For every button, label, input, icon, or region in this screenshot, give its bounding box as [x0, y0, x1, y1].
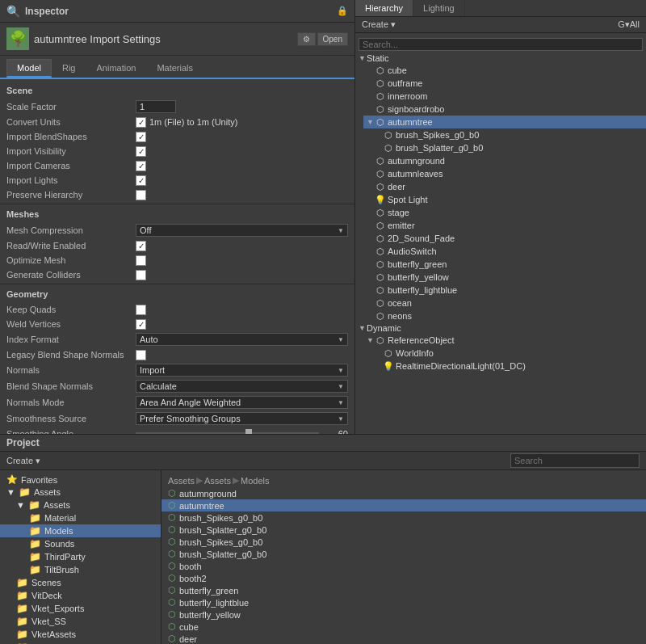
material-item[interactable]: 📁 Material [0, 511, 161, 524]
blend-shape-normals-dropdown[interactable]: Calculate ▼ [136, 380, 348, 393]
tree-item-signboardrobo[interactable]: ⬡ signboardrobo [363, 103, 646, 116]
tree-item-emitter[interactable]: ⬡ emitter [363, 219, 646, 232]
tree-item-butterfly-yellow[interactable]: ⬡ butterfly_yellow [363, 271, 646, 284]
vkettools-item[interactable]: 📁 VketTools [0, 641, 161, 644]
tab-rig[interactable]: Rig [52, 59, 86, 78]
scenes-item[interactable]: 📁 Scenes [0, 576, 161, 589]
scale-factor-input[interactable] [136, 100, 176, 113]
import-visibility-checkbox[interactable] [136, 146, 146, 157]
project-search-input[interactable] [510, 453, 640, 468]
generate-colliders-checkbox[interactable] [136, 270, 146, 280]
smoothness-source-dropdown[interactable]: Prefer Smoothing Groups ▼ [136, 412, 348, 425]
tree-item-static[interactable]: ▼ Static [355, 53, 646, 64]
file-butterfly-lightblue[interactable]: ⬡ butterfly_lightblue [162, 596, 646, 608]
thirdparty-item[interactable]: 📁 ThirdParty [0, 550, 161, 563]
index-format-dropdown[interactable]: Auto ▼ [136, 333, 348, 346]
normals-mode-dropdown[interactable]: Area And Angle Weighted ▼ [136, 396, 348, 409]
inspector-title: Inspector [25, 6, 69, 17]
vitdeck-item[interactable]: 📁 VitDeck [0, 589, 161, 602]
sounds-item[interactable]: 📁 Sounds [0, 537, 161, 550]
optimize-mesh-label: Optimize Mesh [6, 255, 136, 265]
assets-root-item[interactable]: ▼ 📁 Assets [0, 486, 161, 499]
read-write-checkbox[interactable] [136, 241, 146, 251]
tree-item-autumnleaves[interactable]: ⬡ autumnleaves [363, 167, 646, 180]
tree-item-autumntree[interactable]: ▼ ⬡ autumntree [363, 116, 646, 128]
file-booth[interactable]: ⬡ booth [162, 560, 646, 572]
prop-preserve-hierarchy: Preserve Hierarchy [0, 187, 354, 202]
tree-item-stage[interactable]: ⬡ stage [363, 206, 646, 219]
tree-item-brush-spikes[interactable]: ⬡ brush_Spikes_g0_b0 [371, 128, 646, 141]
tree-item-audioswitch[interactable]: ⬡ AudioSwitch [363, 245, 646, 258]
hierarchy-search-input[interactable] [359, 38, 643, 51]
file-deer[interactable]: ⬡ deer [162, 633, 646, 644]
normals-dropdown[interactable]: Import ▼ [136, 364, 348, 377]
tree-item-ocean[interactable]: ⬡ ocean [363, 297, 646, 309]
assets-sub-folder-icon: 📁 [28, 499, 40, 511]
tree-item-butterfly-green[interactable]: ⬡ butterfly_green [363, 258, 646, 271]
hierarchy-tree: ▼ Static ⬡ cube ⬡ outframe ⬡ innerroom [355, 33, 646, 434]
file-cube[interactable]: ⬡ cube [162, 621, 646, 633]
tree-item-butterfly-lightblue[interactable]: ⬡ butterfly_lightblue [363, 284, 646, 297]
assets-sub-item[interactable]: ▼ 📁 Assets [0, 499, 161, 511]
tree-item-outframe[interactable]: ⬡ outframe [363, 77, 646, 90]
keep-quads-checkbox[interactable] [136, 305, 146, 315]
models-item[interactable]: 📁 Models [0, 524, 161, 537]
import-cameras-label: Import Cameras [6, 161, 136, 170]
tree-item-brush-splatter[interactable]: ⬡ brush_Splatter_g0_b0 [371, 141, 646, 154]
file-brush-spikes-2[interactable]: ⬡ brush_Spikes_g0_b0 [162, 536, 646, 548]
tree-item-spotlight[interactable]: 💡 Spot Light [363, 193, 646, 206]
file-brush-spikes-1[interactable]: ⬡ brush_Spikes_g0_b0 [162, 511, 646, 524]
tree-item-cube[interactable]: ⬡ cube [363, 64, 646, 77]
favorites-item[interactable]: ⭐ Favorites [0, 474, 161, 486]
file-butterfly-green[interactable]: ⬡ butterfly_green [162, 584, 646, 596]
tab-materials[interactable]: Materials [146, 59, 203, 78]
project-create-button[interactable]: Create ▾ [6, 456, 40, 466]
tree-label-static: Static [367, 53, 389, 63]
vitdeck-folder-icon: 📁 [16, 590, 28, 601]
smoothing-angle-slider[interactable] [136, 432, 319, 434]
file-autumnground[interactable]: ⬡ autumnground [162, 487, 646, 499]
import-cameras-checkbox[interactable] [136, 161, 146, 171]
file-booth2[interactable]: ⬡ booth2 [162, 572, 646, 584]
geometry-section-header: Geometry [0, 286, 354, 302]
tree-item-neons[interactable]: ⬡ neons [363, 309, 646, 322]
tree-item-dynamic[interactable]: ▼ Dynamic [355, 322, 646, 334]
convert-units-checkbox[interactable] [136, 117, 146, 128]
breadcrumb: Assets ▶ Assets ▶ Models [162, 474, 646, 487]
settings-icon[interactable]: ⚙ [297, 32, 316, 46]
tab-lighting[interactable]: Lighting [413, 0, 465, 16]
hierarchy-all-button[interactable]: G▾All [618, 19, 640, 30]
lock-icon[interactable]: 🔒 [337, 6, 348, 16]
file-butterfly-yellow[interactable]: ⬡ butterfly_yellow [162, 608, 646, 621]
legacy-blend-normals-checkbox[interactable] [136, 350, 146, 360]
file-brush-splatter-1[interactable]: ⬡ brush_Splatter_g0_b0 [162, 524, 646, 536]
tree-item-worldinfo[interactable]: ⬡ WorldInfo [371, 347, 646, 360]
butterfly-lightblue-icon: ⬡ [375, 284, 386, 296]
tree-item-referenceobject[interactable]: ▼ ⬡ ReferenceObject [363, 334, 646, 347]
tab-hierarchy[interactable]: Hierarchy [355, 0, 413, 16]
tree-item-innerroom[interactable]: ⬡ innerroom [363, 90, 646, 103]
optimize-mesh-checkbox[interactable] [136, 255, 146, 266]
weld-vertices-checkbox[interactable] [136, 319, 146, 330]
tab-model[interactable]: Model [6, 59, 52, 78]
tree-item-autumnground[interactable]: ⬡ autumnground [363, 154, 646, 167]
preserve-hierarchy-checkbox[interactable] [136, 190, 146, 200]
import-lights-checkbox[interactable] [136, 175, 146, 186]
tree-item-deer[interactable]: ⬡ deer [363, 180, 646, 193]
smoothing-angle-slider-container: 60 [136, 429, 348, 434]
file-brush-splatter-2[interactable]: ⬡ brush_Splatter_g0_b0 [162, 548, 646, 560]
tree-item-rtdir-light[interactable]: 💡 RealtimeDirectionalLight(01_DC) [371, 360, 646, 373]
import-blendshapes-checkbox[interactable] [136, 132, 146, 142]
vketassets-item[interactable]: 📁 VketAssets [0, 628, 161, 641]
tab-animation[interactable]: Animation [86, 59, 146, 78]
vket-ss-item[interactable]: 📁 Vket_SS [0, 615, 161, 628]
prop-read-write: Read/Write Enabled [0, 238, 354, 253]
open-button[interactable]: Open [317, 32, 348, 46]
hierarchy-create-button[interactable]: Create ▾ [362, 19, 396, 30]
vket-exports-item[interactable]: 📁 Vket_Exports [0, 602, 161, 615]
tree-item-2d-sound[interactable]: ⬡ 2D_Sound_Fade [363, 232, 646, 245]
mesh-compression-dropdown[interactable]: Off ▼ [136, 224, 348, 237]
tiltbrush-item[interactable]: 📁 TiltBrush [0, 563, 161, 576]
project-title: Project [6, 437, 40, 448]
file-autumntree[interactable]: ⬡ autumntree [162, 499, 646, 511]
